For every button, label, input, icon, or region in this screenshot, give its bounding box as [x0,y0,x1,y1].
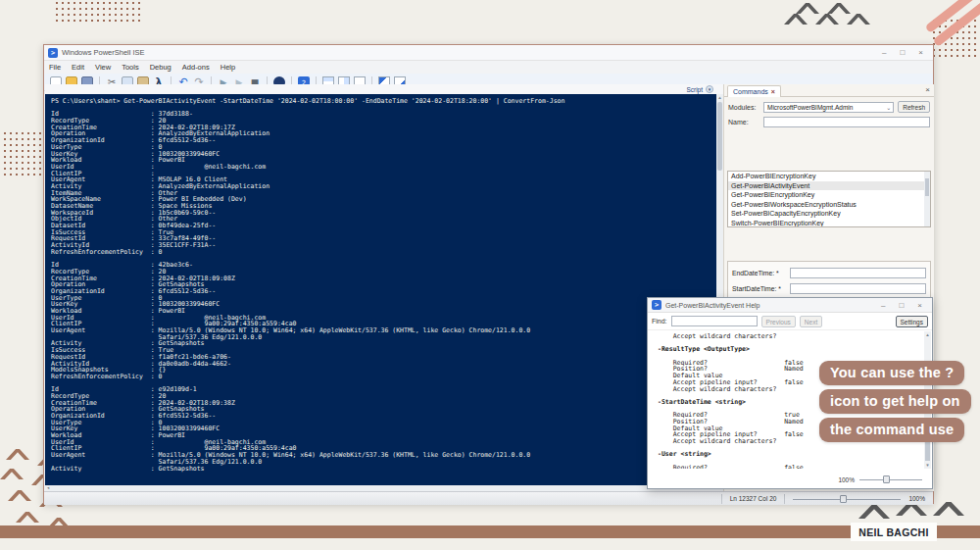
next-button[interactable]: Next [800,316,822,327]
modules-select[interactable]: MicrosoftPowerBIMgmt.Admin ⌄ [763,102,894,113]
command-list-item[interactable]: Add-PowerBIEncryptionKey [728,172,930,181]
modules-label: Modules: [728,104,760,111]
help-text-line: Accept wildcard characters? [658,333,922,340]
find-row: Find: Previous Next Settings [648,313,932,330]
chevron-decoration [933,502,964,516]
powershell-ise-icon: > [48,48,58,58]
scrollbar-thumb[interactable] [925,178,929,196]
annotation-line: icon to get help on [819,389,971,414]
command-list[interactable]: Add-PowerBIEncryptionKeyGet-PowerBIActiv… [727,171,931,227]
parameter-row: StartDateTime: * [732,283,926,294]
console-line: RefreshEnforcementPolicy : 0 [51,374,723,380]
chevron-decoration [16,512,39,523]
command-list-item[interactable]: Get-PowerBIActivityEvent [728,181,930,191]
menu-item[interactable]: Tools [122,63,139,72]
zoom-level: 100% [908,495,925,502]
parameter-input[interactable] [790,268,926,278]
author-badge: NEIL BAGCHI [851,523,937,541]
help-zoom-slider[interactable] [859,475,922,484]
help-zoom-level: 100% [838,476,855,483]
scroll-down-icon[interactable]: ▼ [924,462,931,469]
chevron-decoration [858,505,890,519]
find-label: Find: [652,318,667,325]
powershell-icon: > [652,300,662,310]
modules-row: Modules: MicrosoftPowerBIMgmt.Admin ⌄ Re… [728,101,930,113]
command-list-item[interactable]: Get-PowerBIWorkspaceEncryptionStatus [728,200,930,210]
chevron-decoration [6,449,29,460]
panel-close-icon[interactable]: × [925,85,930,94]
chevron-decoration [847,14,870,25]
maximize-button[interactable]: □ [899,301,904,310]
scroll-up-icon[interactable]: ▲ [716,94,723,101]
chevron-decoration [827,3,851,14]
menu-item[interactable]: View [95,63,111,72]
minimize-button[interactable]: – [882,48,886,57]
help-text-line: Required? false [658,465,922,469]
slider-thumb[interactable] [840,495,847,503]
author-name: NEIL BAGCHI [858,526,928,538]
name-filter-input[interactable] [763,117,930,127]
close-button[interactable]: × [917,301,922,310]
menu-item[interactable]: Help [220,63,235,72]
tab-close-icon[interactable]: × [771,88,775,95]
tab-commands[interactable]: Commands× [727,85,781,97]
chevron-decoration [8,490,31,501]
name-row: Name: [728,117,930,127]
list-scrollbar[interactable] [924,172,930,226]
console-line: Activity : GetSnapshots [51,466,723,473]
name-label: Name: [728,119,760,125]
parameter-label: StartDateTime: * [732,285,787,292]
title-bar[interactable]: > Windows PowerShell ISE – □ × [44,45,933,61]
annotation-line: You can use the ? [819,361,964,385]
commands-tab-row: Commands× × [724,84,934,97]
console-line: PS C:\Users\shant> Get-PowerBIActivityEv… [51,98,723,105]
footer-bar: NEIL BAGCHI [0,525,980,538]
slider-thumb[interactable] [883,475,890,483]
previous-button[interactable]: Previous [761,316,796,327]
annotation-line: the command use [819,418,964,442]
help-text-line: -User <string> [658,451,922,458]
chevron-decoration [784,14,808,25]
chevron-decoration [796,3,819,14]
window-title: Windows PowerShell ISE [62,48,882,57]
slider-track [793,499,901,500]
script-pane-header[interactable]: Script ▾ [45,84,723,94]
desktop: > Windows PowerShell ISE – □ × FileEditV… [0,0,980,550]
chevron-down-icon: ⌄ [886,103,891,113]
help-window-title: Get-PowerBIActivityEvent Help [665,302,881,309]
help-text-line: -ResultType <OutputType> [658,346,922,353]
line-column-indicator: Ln 12327 Col 20 [721,494,786,504]
menu-item[interactable]: Debug [150,63,172,72]
menu-item[interactable]: Edit [72,63,84,72]
command-list-item[interactable]: Switch-PowerBIEncryptionKey [728,219,930,227]
refresh-button[interactable]: Refresh [898,101,930,113]
close-button[interactable]: × [918,48,923,57]
dot-grid-decoration [2,130,47,175]
script-pane-label: Script [686,86,703,93]
console-line: RefreshEnforcementPolicy : 0 [51,249,723,256]
command-list-item[interactable]: Set-PowerBICapacityEncryptionKey [728,209,930,219]
scrollbar-thumb[interactable] [717,102,722,171]
scroll-up-icon[interactable]: ▲ [924,331,931,338]
command-list-item[interactable]: Get-PowerBIEncryptionKey [728,190,930,200]
help-title-bar[interactable]: > Get-PowerBIActivityEvent Help – □ × [648,298,932,313]
chevron-decoration [0,469,24,479]
menu-item[interactable]: File [49,63,61,72]
parameter-label: EndDateTime: * [732,270,787,276]
maximize-button[interactable]: □ [900,48,905,57]
chevron-decoration [815,14,839,25]
status-bar: Ln 12327 Col 20 100% [44,491,933,505]
find-input[interactable] [671,316,758,326]
powershell-console[interactable]: PS C:\Users\shant> Get-PowerBIActivityEv… [45,94,723,485]
menu-bar: FileEditViewToolsDebugAdd-onsHelp [44,61,933,74]
dot-grid-decoration [54,0,142,25]
parameter-row: EndDateTime: * [732,268,926,278]
parameter-input[interactable] [790,283,926,294]
menu-item[interactable]: Add-ons [182,63,210,72]
minimize-button[interactable]: – [881,301,885,310]
slider-track [859,479,922,480]
settings-button[interactable]: Settings [896,316,929,327]
zoom-slider[interactable] [793,494,901,504]
chevron-down-icon[interactable]: ▾ [706,85,713,93]
console-output: PS C:\Users\shant> Get-PowerBIActivityEv… [51,98,723,472]
